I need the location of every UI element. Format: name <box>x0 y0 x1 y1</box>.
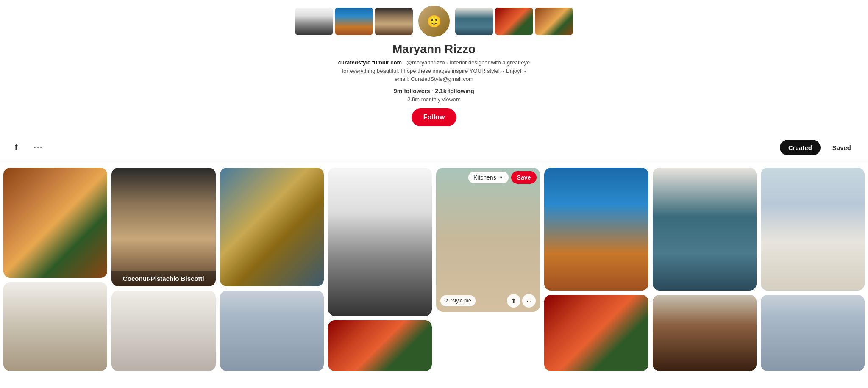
pin-share-icon[interactable]: ⬆ <box>507 294 520 308</box>
follow-button[interactable]: Follow <box>412 108 457 126</box>
pin-column-2: Coconut-Pistachio Biscotti <box>111 168 215 371</box>
pin-text-biscotti: Coconut-Pistachio Biscotti <box>111 271 215 286</box>
profile-website[interactable]: curatedstyle.tumblr.com <box>338 59 402 66</box>
pin-card-shelves[interactable] <box>3 282 107 371</box>
more-options-button[interactable]: ··· <box>31 140 46 155</box>
tab-saved[interactable]: Saved <box>824 140 860 155</box>
pin-card-sweater[interactable]: Kitchens ▼ Save ↗ rstyle.me ⬆ ··· <box>436 168 540 312</box>
toolbar: ⬆ ··· Created Saved <box>0 135 868 161</box>
pin-card-biscotti[interactable]: Coconut-Pistachio Biscotti <box>111 168 215 286</box>
pin-card-person[interactable] <box>111 291 215 371</box>
pin-card-dining[interactable] <box>653 168 757 291</box>
profile-handle: · <box>403 59 406 66</box>
pin-card-sousvide[interactable] <box>328 168 432 316</box>
following-count[interactable]: 2.1k following <box>435 88 474 94</box>
followers-count[interactable]: 9m followers <box>394 88 430 94</box>
pin-card-interior-blue[interactable] <box>220 168 324 286</box>
profile-header: 🙂 Maryann Rizzo curatedstyle.tumblr.com … <box>0 0 868 135</box>
cover-banner: 🙂 <box>295 0 573 38</box>
pin-column-1 <box>3 168 107 371</box>
pin-card-soup[interactable] <box>653 295 757 371</box>
avatar: 🙂 <box>417 4 451 38</box>
profile-stats: 9m followers · 2.1k following <box>394 88 474 94</box>
cover-tile-3 <box>375 8 413 35</box>
chevron-down-icon: ▼ <box>499 175 504 180</box>
pin-card-floral[interactable] <box>3 168 107 278</box>
pin-card-palms[interactable] <box>544 168 648 291</box>
pin-save-overlay: Kitchens ▼ Save <box>468 171 537 184</box>
pin-card-bedroom[interactable] <box>761 168 865 291</box>
cover-tile-1 <box>295 8 333 35</box>
pin-column-5: Kitchens ▼ Save ↗ rstyle.me ⬆ ··· <box>436 168 540 371</box>
profile-handle-text: @maryannrizzo <box>406 59 445 66</box>
share-button[interactable]: ⬆ <box>8 140 24 155</box>
pin-card-food2[interactable] <box>544 295 648 371</box>
tab-created[interactable]: Created <box>780 140 821 155</box>
cover-tile-2 <box>335 8 373 35</box>
monthly-viewers: 2.9m monthly viewers <box>407 96 461 103</box>
more-icon: ··· <box>33 142 42 153</box>
pin-more-icon[interactable]: ··· <box>522 294 536 308</box>
cover-tile-6 <box>535 8 573 35</box>
pin-card-food-bottom[interactable] <box>328 320 432 371</box>
source-badge[interactable]: ↗ rstyle.me <box>440 295 476 306</box>
share-icon: ⬆ <box>13 143 19 152</box>
tabs-container: Created Saved <box>780 140 860 155</box>
save-dropdown[interactable]: Kitchens ▼ <box>468 172 509 183</box>
profile-name: Maryann Rizzo <box>392 42 476 56</box>
pin-column-3 <box>220 168 324 371</box>
cover-tile-5 <box>495 8 533 35</box>
external-link-icon: ↗ <box>445 298 449 304</box>
pin-grid: Coconut-Pistachio Biscotti Kitchens ▼ Sa… <box>0 161 868 371</box>
pin-card-room2[interactable] <box>761 295 865 371</box>
pin-column-7 <box>653 168 757 371</box>
save-button[interactable]: Save <box>511 171 537 184</box>
board-label: Kitchens <box>473 174 496 181</box>
toolbar-left: ⬆ ··· <box>8 140 46 155</box>
cover-tile-4 <box>455 8 493 35</box>
source-label: rstyle.me <box>451 298 471 304</box>
profile-bio: curatedstyle.tumblr.com · @maryannrizzo … <box>337 58 531 83</box>
pin-bottom-actions: ↗ rstyle.me ⬆ ··· <box>440 294 536 308</box>
pin-column-8 <box>761 168 865 371</box>
pin-action-icons: ⬆ ··· <box>507 294 536 308</box>
pin-card-room[interactable] <box>220 291 324 371</box>
pin-column-4 <box>328 168 432 371</box>
pin-column-6 <box>544 168 648 371</box>
